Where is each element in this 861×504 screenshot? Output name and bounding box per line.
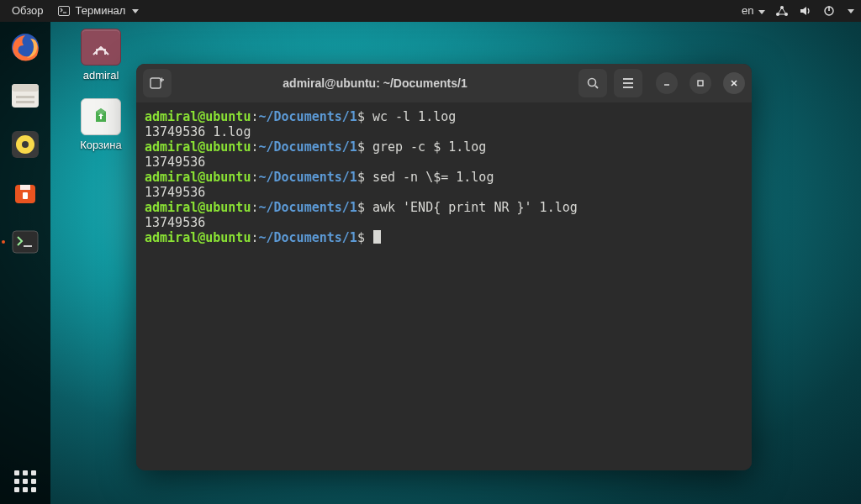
svg-rect-27 [698, 81, 703, 86]
dock-item-terminal[interactable] [7, 223, 44, 260]
terminal-body[interactable]: admiral@ubuntu:~/Documents/1$ wc -l 1.lo… [136, 102, 752, 470]
dock-item-files[interactable] [7, 77, 44, 114]
activities-button[interactable]: Обзор [12, 0, 44, 22]
svg-rect-15 [23, 192, 28, 199]
power-icon[interactable] [822, 4, 836, 18]
dock-item-firefox[interactable] [7, 29, 44, 66]
language-label: en [742, 4, 753, 17]
terminal-window: admiral@ubuntu: ~/Documents/1 admiral@ub… [136, 64, 752, 470]
terminal-titlebar[interactable]: admiral@ubuntu: ~/Documents/1 [136, 64, 752, 102]
hamburger-menu-button[interactable] [614, 69, 642, 97]
desktop-folder-admiral[interactable]: admiral [67, 29, 135, 81]
app-menu-label: Терминал [76, 0, 126, 22]
chevron-down-icon [848, 9, 854, 13]
show-applications-button[interactable] [0, 470, 50, 492]
svg-rect-0 [58, 7, 69, 16]
chevron-down-icon [132, 9, 139, 13]
close-button[interactable] [723, 72, 745, 94]
folder-icon [81, 29, 121, 66]
svg-line-22 [595, 86, 598, 88]
svg-rect-9 [12, 84, 39, 92]
volume-icon[interactable] [799, 4, 812, 18]
desktop-trash[interactable]: Корзина [67, 98, 135, 151]
input-language-indicator[interactable]: en [742, 0, 765, 22]
new-tab-button[interactable] [143, 69, 172, 97]
svg-rect-18 [151, 78, 161, 88]
svg-rect-10 [16, 96, 34, 98]
top-panel: Обзор Терминал en [0, 0, 861, 22]
network-icon[interactable] [775, 4, 789, 18]
trash-icon [81, 98, 121, 135]
svg-point-14 [22, 141, 29, 148]
terminal-title: admiral@ubuntu: ~/Documents/1 [178, 76, 572, 90]
dock [0, 22, 50, 504]
terminal-icon [57, 4, 71, 18]
svg-rect-16 [13, 231, 38, 253]
svg-rect-11 [16, 101, 34, 103]
desktop-folder-label: admiral [67, 69, 135, 81]
desktop-icons: admiral Корзина [67, 29, 135, 151]
search-button[interactable] [578, 69, 607, 97]
app-menu-button[interactable]: Терминал [57, 0, 140, 22]
dock-item-software[interactable] [7, 175, 44, 212]
chevron-down-icon [758, 10, 765, 14]
dock-item-rhythmbox[interactable] [7, 126, 44, 163]
minimize-button[interactable] [656, 72, 678, 94]
svg-point-21 [589, 79, 596, 87]
maximize-button[interactable] [689, 72, 711, 94]
desktop-trash-label: Корзина [67, 139, 135, 151]
